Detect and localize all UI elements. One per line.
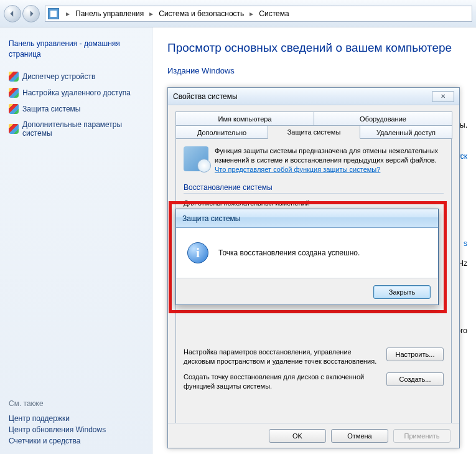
message-text: Точка восстановления создана успешно. (218, 248, 360, 257)
ok-button[interactable]: OK (269, 429, 326, 443)
control-panel-icon (48, 8, 59, 19)
shield-icon (9, 72, 19, 82)
dialog-title: Свойства системы (173, 92, 238, 101)
configure-text: Настройка параметров восстановления, упр… (184, 348, 379, 366)
see-also-support-center[interactable]: Центр поддержки (9, 414, 143, 423)
text-fragment: s (464, 239, 467, 248)
sidebar-item-label: Защита системы (22, 105, 80, 113)
shield-icon (9, 124, 19, 134)
chevron-right-icon[interactable]: ▸ (246, 9, 256, 18)
breadcrumb[interactable]: ▸ Панель управления ▸ Система и безопасн… (45, 6, 472, 22)
sidebar-item-label: Дополнительные параметры системы (22, 120, 143, 138)
create-row: Создать точку восстановления для дисков … (184, 372, 444, 391)
chevron-right-icon[interactable]: ▸ (63, 9, 73, 18)
message-body: i Точка восстановления создана успешно. (176, 228, 438, 278)
message-footer: Закрыть (176, 278, 438, 305)
see-also-counters[interactable]: Счетчики и средства (9, 437, 143, 445)
tab-hardware[interactable]: Оборудование (314, 111, 452, 125)
sidebar: Панель управления - домашняя страница Ди… (0, 27, 152, 454)
shield-icon (9, 104, 19, 114)
sidebar-item-label: Настройка удаленного доступа (22, 88, 131, 97)
sidebar-item-label: Диспетчер устройств (22, 72, 95, 81)
tab-strip: Имя компьютера Оборудование Дополнительн… (175, 111, 452, 139)
nav-back-button[interactable] (4, 5, 21, 22)
sidebar-item-advanced[interactable]: Дополнительные параметры системы (9, 120, 143, 138)
chevron-right-icon[interactable]: ▸ (146, 9, 156, 18)
group-legend: Восстановление системы (184, 183, 444, 192)
create-button[interactable]: Создать... (386, 372, 444, 386)
message-dialog: Защита системы i Точка восстановления со… (175, 209, 439, 305)
tab-computer-name[interactable]: Имя компьютера (175, 111, 314, 125)
create-text: Создать точку восстановления для дисков … (184, 372, 379, 391)
apply-button: Применить (393, 429, 450, 443)
nav-buttons (4, 5, 40, 22)
page-title: Просмотр основных сведений о вашем компь… (167, 41, 461, 55)
see-also-windows-update[interactable]: Центр обновления Windows (9, 425, 143, 434)
breadcrumb-item[interactable]: Панель управления (73, 9, 146, 18)
breadcrumb-item[interactable]: Система и безопасность (156, 9, 246, 18)
message-titlebar[interactable]: Защита системы (176, 209, 438, 228)
close-button[interactable]: ✕ (432, 91, 454, 102)
explorer-navbar: ▸ Панель управления ▸ Система и безопасн… (0, 0, 476, 27)
protection-description: Функция защиты системы предназначена для… (184, 146, 444, 174)
sidebar-item-device-manager[interactable]: Диспетчер устройств (9, 72, 143, 82)
description-text: Функция защиты системы предназначена для… (215, 147, 438, 164)
close-button[interactable]: Закрыть (373, 285, 431, 299)
description-link[interactable]: Что представляет собой функция защиты си… (215, 166, 380, 173)
tab-system-protection[interactable]: Защита системы (268, 125, 360, 139)
cancel-button[interactable]: Отмена (331, 429, 388, 443)
edition-heading: Издание Windows (167, 66, 461, 75)
configure-button[interactable]: Настроить... (386, 348, 444, 361)
tab-remote[interactable]: Удаленный доступ (360, 125, 452, 139)
system-protection-icon (184, 146, 208, 171)
sidebar-heading[interactable]: Панель управления - домашняя страница (9, 39, 143, 60)
sidebar-item-remote[interactable]: Настройка удаленного доступа (9, 88, 143, 98)
breadcrumb-item[interactable]: Система (256, 9, 291, 18)
configure-row: Настройка параметров восстановления, упр… (184, 348, 444, 366)
dialog-titlebar[interactable]: Свойства системы ✕ (168, 88, 459, 105)
info-icon: i (187, 242, 208, 263)
message-title: Защита системы (182, 214, 240, 223)
tab-advanced[interactable]: Дополнительно (175, 125, 268, 139)
see-also-list: Центр поддержки Центр обновления Windows… (9, 412, 143, 448)
nav-forward-button[interactable] (22, 5, 40, 22)
see-also-heading: См. также (9, 399, 143, 408)
dialog-footer: OK Отмена Применить (168, 423, 459, 448)
sidebar-item-system-protection[interactable]: Защита системы (9, 104, 143, 114)
shield-icon (9, 88, 19, 98)
